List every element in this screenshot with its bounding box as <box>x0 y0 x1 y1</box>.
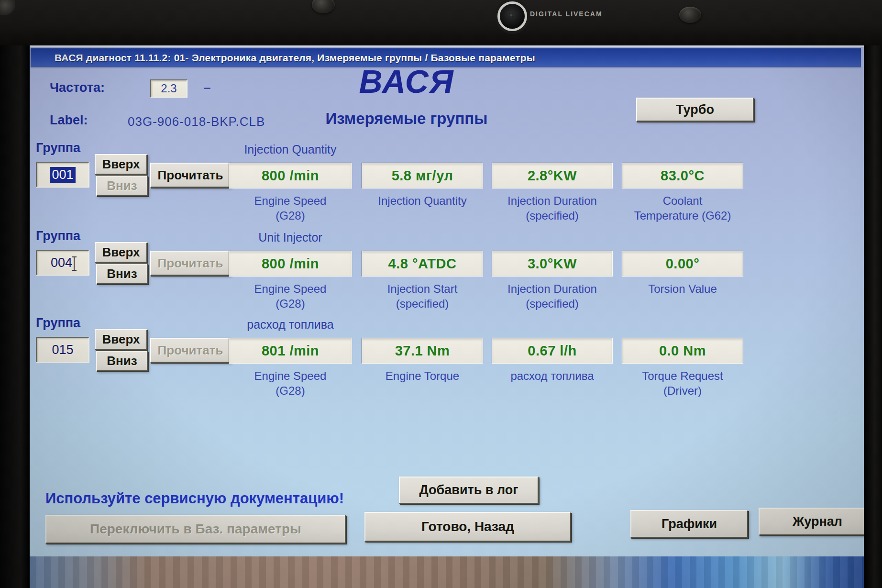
group-1-value-1: 800 /min <box>229 163 352 189</box>
webcam-label: DIGITAL LIVECAM <box>530 10 603 18</box>
caption-line: Injection Start <box>362 281 483 296</box>
laptop-bezel-top: DIGITAL LIVECAM <box>0 0 882 45</box>
group-3-down-button[interactable]: Вниз <box>96 351 148 371</box>
group-3-header: расход топлива <box>229 318 352 332</box>
group-3-value-2: 37.1 Nm <box>362 338 483 364</box>
caption-line: Torque Request <box>622 368 743 383</box>
caption-line: (Driver) <box>622 383 743 398</box>
switch-basic-params-button[interactable]: Переключить в Баз. параметры <box>45 515 346 544</box>
group-1-value-3: 2.8°KW <box>492 163 613 189</box>
group-2-number-input[interactable]: 004 <box>36 250 89 276</box>
group-2-caption-2: Injection Start (specified) <box>362 281 483 311</box>
turbo-button[interactable]: Турбо <box>636 98 754 122</box>
group-2-caption-1: Engine Speed (G28) <box>229 281 352 311</box>
group-2-value-1: 800 /min <box>229 251 352 277</box>
label-file-label: Label: <box>50 113 88 128</box>
group-1-caption-3: Injection Duration (specified) <box>492 193 613 223</box>
group-2-caption-4: Torsion Value <box>622 281 743 296</box>
group-2-read-button[interactable]: Прочитать <box>150 251 231 276</box>
bezel-screw-left <box>312 0 335 13</box>
caption-line: (specified) <box>362 296 483 311</box>
caption-line: (G28) <box>229 208 352 223</box>
caption-line: Injection Quantity <box>362 193 483 208</box>
text-cursor <box>74 256 75 271</box>
caption-line: Torsion Value <box>622 281 743 296</box>
group-2-header: Unit Injector <box>229 231 352 244</box>
bezel-screw-right <box>679 7 701 23</box>
group-3-number-value: 015 <box>52 343 73 357</box>
group-1-value-4: 83.0°C <box>622 163 743 189</box>
group-3-value-1: 801 /min <box>229 338 352 364</box>
group-3-read-button[interactable]: Прочитать <box>150 338 231 363</box>
group-2-number-value: 004 <box>51 255 72 270</box>
group-2-value-2: 4.8 °ATDC <box>362 251 483 277</box>
label-file-value: 03G-906-018-BKP.CLB <box>128 114 265 129</box>
done-back-button[interactable]: Готово, Назад <box>364 512 571 542</box>
caption-line: (specified) <box>492 208 613 223</box>
group-1-down-button[interactable]: Вниз <box>96 176 148 196</box>
group-3-caption-1: Engine Speed (G28) <box>229 368 352 398</box>
window-title: ВАСЯ диагност 11.11.2: 01- Электроника д… <box>31 52 535 64</box>
desktop-wallpaper <box>30 556 864 588</box>
webcam <box>497 1 527 31</box>
frequency-input[interactable]: 2.3 <box>150 79 187 98</box>
group-1-up-button[interactable]: Вверх <box>95 154 147 175</box>
bezel-corner-screw <box>0 0 15 15</box>
group-2-down-button[interactable]: Вниз <box>96 264 148 284</box>
laptop-photo: DIGITAL LIVECAM ВАСЯ диагност 11.11.2: 0… <box>0 0 882 588</box>
caption-line: Engine Torque <box>362 368 483 383</box>
group-3-caption-3: расход топлива <box>492 368 613 383</box>
service-doc-notice: Используйте сервисную документацию! <box>45 490 344 507</box>
caption-line: (G28) <box>229 383 352 398</box>
page-title: Измеряемые группы <box>268 110 545 128</box>
frequency-label: Частота: <box>50 80 105 95</box>
add-to-log-button[interactable]: Добавить в лог <box>399 477 539 504</box>
group-3-value-4: 0.0 Nm <box>622 338 743 364</box>
caption-line: Coolant <box>622 193 743 208</box>
group-1-label: Группа <box>36 141 80 155</box>
laptop-bezel-right <box>864 45 882 588</box>
caption-line: Injection Duration <box>492 281 613 296</box>
group-3-value-3: 0.67 l/h <box>492 338 613 364</box>
caption-line: Engine Speed <box>229 368 352 383</box>
laptop-bezel-left <box>0 45 30 588</box>
group-1-number-value: 001 <box>50 167 75 183</box>
webcam-lens-icon <box>509 13 513 17</box>
caption-line: (G28) <box>229 296 352 311</box>
caption-line: Engine Speed <box>229 281 352 296</box>
group-1-number-input[interactable]: 001 <box>36 162 89 188</box>
caption-line: расход топлива <box>492 368 613 383</box>
app-logo: ВАСЯ <box>277 63 536 100</box>
group-2-value-3: 3.0°KW <box>492 251 613 277</box>
journal-button[interactable]: Журнал <box>759 508 876 535</box>
group-3-up-button[interactable]: Вверх <box>95 329 147 350</box>
group-3-label: Группа <box>36 316 80 331</box>
group-3-number-input[interactable]: 015 <box>36 337 89 363</box>
group-2-label: Группа <box>36 229 80 244</box>
caption-line: Injection Duration <box>492 193 613 208</box>
group-2-caption-3: Injection Duration (specified) <box>492 281 613 311</box>
laptop-screen: ВАСЯ диагност 11.11.2: 01- Электроника д… <box>30 45 864 588</box>
group-3-caption-4: Torque Request (Driver) <box>622 368 743 398</box>
group-3-caption-2: Engine Torque <box>362 368 483 383</box>
group-2-up-button[interactable]: Вверх <box>95 242 147 263</box>
group-1-caption-4: Coolant Temperature (G62) <box>622 193 743 223</box>
graphs-button[interactable]: Графики <box>630 510 748 538</box>
group-1-read-button[interactable]: Прочитать <box>150 163 231 188</box>
group-1-caption-2: Injection Quantity <box>362 193 483 208</box>
caption-line: (specified) <box>492 296 613 311</box>
group-2-value-4: 0.00° <box>622 251 743 277</box>
caption-line: Engine Speed <box>229 193 352 208</box>
frequency-dash: – <box>204 80 210 95</box>
caption-line: Temperature (G62) <box>622 208 743 223</box>
group-1-caption-1: Engine Speed (G28) <box>229 193 352 223</box>
group-1-value-2: 5.8 мг/ул <box>362 163 483 189</box>
group-1-header: Injection Quantity <box>229 143 352 156</box>
